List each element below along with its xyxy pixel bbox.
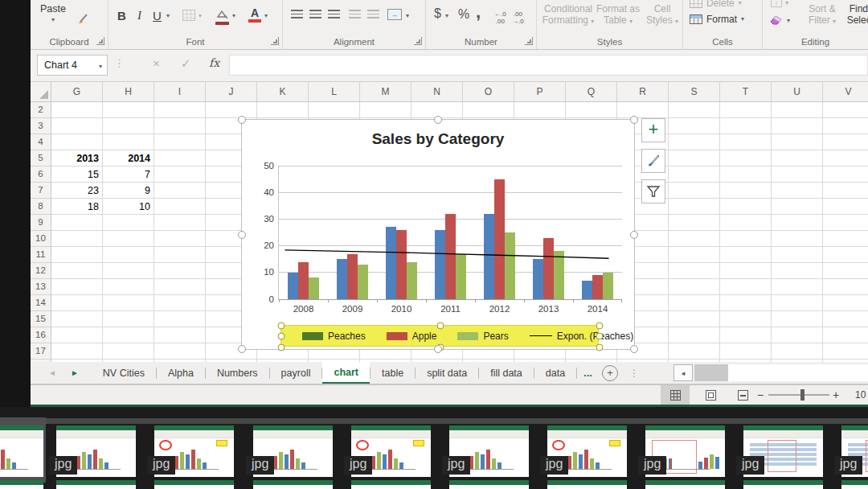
column-header-L[interactable]: L <box>309 82 360 101</box>
strip-scroll-band[interactable] <box>0 418 868 424</box>
view-page-break-button[interactable] <box>728 385 757 405</box>
clear-button[interactable] <box>769 13 784 29</box>
bar-2008-Pears[interactable] <box>309 277 319 299</box>
merge-center-icon[interactable]: ↔ <box>387 9 402 20</box>
cell-H6[interactable]: 7 <box>103 166 154 183</box>
chart-selection-handle[interactable] <box>434 345 442 353</box>
bar-2014-Pears[interactable] <box>603 273 613 299</box>
increase-indent-icon[interactable] <box>367 10 379 18</box>
bar-2013-Peaches[interactable] <box>533 259 543 299</box>
align-right-icon[interactable] <box>328 10 340 18</box>
format-painter-icon[interactable] <box>77 10 92 25</box>
sales-chart[interactable]: Sales by Category 0102030405020082009201… <box>241 119 635 350</box>
cell-H7[interactable]: 9 <box>103 183 154 199</box>
column-header-K[interactable]: K <box>257 82 309 101</box>
bar-2008-Apple[interactable] <box>298 262 309 299</box>
zoom-slider-thumb[interactable] <box>800 389 805 401</box>
format-button[interactable]: Format ▾ <box>690 14 744 25</box>
name-box[interactable]: Chart 4 ▾ <box>37 55 108 76</box>
column-header-N[interactable]: N <box>411 82 463 101</box>
bar-2011-Peaches[interactable] <box>435 230 445 299</box>
bar-2009-Apple[interactable] <box>347 254 358 299</box>
row-header-13[interactable]: 13 <box>31 279 51 295</box>
zoom-slider-track[interactable] <box>768 394 829 396</box>
filmstrip-row2-thumb-7[interactable] <box>645 480 725 489</box>
fill-down-dropdown[interactable]: ▾ <box>785 0 788 6</box>
column-header-M[interactable]: M <box>360 82 411 101</box>
filmstrip-row2-thumb-9[interactable] <box>841 480 868 489</box>
sheet-tab-alpha[interactable]: Alpha <box>157 362 205 384</box>
chart-selection-handle[interactable] <box>630 116 638 124</box>
bar-2014-Peaches[interactable] <box>582 281 592 299</box>
borders-icon[interactable] <box>182 10 195 21</box>
paste-dropdown[interactable]: ▾ <box>40 17 66 23</box>
row-header-10[interactable]: 10 <box>31 231 51 247</box>
cell-G5[interactable]: 2013 <box>51 150 103 166</box>
fill-color-button[interactable] <box>215 9 229 25</box>
view-page-layout-button[interactable] <box>696 385 725 405</box>
row-header-2[interactable]: 2 <box>31 102 51 118</box>
hscroll-thumb[interactable] <box>728 364 868 381</box>
filmstrip-row2-thumb-4[interactable] <box>351 480 431 489</box>
chart-selection-handle[interactable] <box>238 345 246 353</box>
underline-dropdown[interactable]: ▾ <box>166 13 170 19</box>
filmstrip-row2-thumb-5[interactable] <box>449 480 529 489</box>
bar-2012-Peaches[interactable] <box>484 214 494 299</box>
borders-dropdown[interactable]: ▾ <box>199 13 202 19</box>
align-left-icon[interactable] <box>291 10 303 18</box>
column-header-P[interactable]: P <box>514 82 566 101</box>
bar-2011-Pears[interactable] <box>456 254 466 299</box>
filmstrip-row2-thumb-3[interactable] <box>253 480 333 489</box>
column-header-J[interactable]: J <box>206 82 257 101</box>
sheet-tab-table[interactable]: table <box>371 362 415 384</box>
bar-2009-Peaches[interactable] <box>337 259 347 299</box>
row-header-9[interactable]: 9 <box>31 215 51 231</box>
cell-styles-button[interactable]: Cell Styles ▾ <box>637 0 688 26</box>
bold-button[interactable]: B <box>113 7 130 24</box>
chart-selection-handle[interactable] <box>238 231 246 239</box>
name-box-dropdown[interactable]: ▾ <box>99 64 102 70</box>
chart-selection-handle[interactable] <box>630 231 638 239</box>
bar-2011-Apple[interactable] <box>445 214 456 299</box>
filmstrip-row2-thumb-8[interactable] <box>743 480 823 489</box>
new-sheet-button[interactable]: + <box>602 365 618 381</box>
legend-handle[interactable] <box>278 333 285 340</box>
row-header-12[interactable]: 12 <box>31 263 51 279</box>
bar-2012-Apple[interactable] <box>494 179 505 299</box>
column-header-G[interactable]: G <box>51 82 103 101</box>
filmstrip-thumb-0[interactable] <box>0 425 43 477</box>
row-header-11[interactable]: 11 <box>31 247 51 263</box>
legend-handle[interactable] <box>278 344 285 351</box>
bar-2008-Peaches[interactable] <box>288 273 298 299</box>
increase-decimal-button[interactable]: ←.0.00 <box>493 10 507 26</box>
legend-handle[interactable] <box>437 323 444 330</box>
row-header-7[interactable]: 7 <box>31 183 51 199</box>
enter-icon[interactable]: ✓ <box>181 56 191 71</box>
sheet-tab-split-data[interactable]: split data <box>416 362 478 384</box>
filmstrip-row2-thumb-2[interactable] <box>154 480 234 489</box>
bar-2010-Peaches[interactable] <box>386 227 396 299</box>
clear-dropdown[interactable]: ▾ <box>787 18 790 24</box>
chart-selection-handle[interactable] <box>630 345 638 353</box>
row-header-8[interactable]: 8 <box>31 199 51 215</box>
chart-legend[interactable]: PeachesApplePearsExpon. (Peaches) <box>280 325 599 347</box>
bar-2010-Apple[interactable] <box>396 230 407 299</box>
column-header-T[interactable]: T <box>720 82 772 101</box>
zoom-in-button[interactable]: + <box>833 388 839 401</box>
zoom-level-label[interactable]: 10 <box>855 389 866 401</box>
chart-selection-handle[interactable] <box>238 116 246 124</box>
decrease-indent-icon[interactable] <box>349 10 361 18</box>
legend-entry-Expon. (Peaches)[interactable]: Expon. (Peaches) <box>530 331 633 342</box>
row-header-4[interactable]: 4 <box>31 134 51 150</box>
bar-2010-Pears[interactable] <box>407 262 417 299</box>
font-dialog-launcher[interactable] <box>271 37 279 45</box>
row-header-14[interactable]: 14 <box>31 295 51 311</box>
view-normal-button[interactable] <box>661 385 690 405</box>
cell-G8[interactable]: 18 <box>51 199 103 215</box>
column-header-S[interactable]: S <box>669 82 720 101</box>
font-color-dropdown[interactable]: ▾ <box>264 13 268 19</box>
underline-button[interactable]: U <box>149 7 166 24</box>
cell-H5[interactable]: 2014 <box>103 150 154 166</box>
row-header-3[interactable]: 3 <box>31 118 51 134</box>
tabs-scroll-right-icon[interactable]: ► <box>71 368 79 377</box>
